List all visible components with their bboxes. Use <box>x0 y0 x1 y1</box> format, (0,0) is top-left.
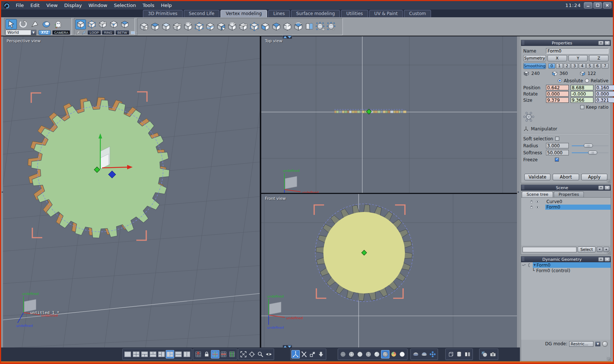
snap-grid-magnet-icon[interactable] <box>194 350 202 358</box>
select-face-icon[interactable] <box>119 19 130 29</box>
close-icon[interactable] <box>604 185 610 190</box>
lattice-tool-icon[interactable] <box>249 21 260 32</box>
shade-flat-wire-icon[interactable] <box>364 350 373 358</box>
perspective-canvas[interactable]: undefinedundefinedundefined <box>3 36 260 347</box>
tab-3d-primitives[interactable]: 3D Primitives <box>143 10 183 17</box>
smoothing-level-7[interactable]: 7 <box>602 63 608 69</box>
tab-vertex-modeling[interactable]: Vertex modeling <box>220 10 267 17</box>
menu-window[interactable]: Window <box>85 3 111 8</box>
select-point-icon[interactable] <box>108 19 119 29</box>
look-at-icon[interactable] <box>265 350 273 358</box>
lock-icon[interactable] <box>529 199 534 204</box>
shade-flat-icon[interactable] <box>356 350 364 358</box>
snapshot-camera-icon[interactable] <box>489 350 497 358</box>
light-sky-icon[interactable] <box>420 350 428 358</box>
scene-search-input[interactable] <box>523 247 577 252</box>
rotate-x-field[interactable] <box>546 91 569 97</box>
softness-slider-thumb[interactable] <box>588 151 597 155</box>
abort-button[interactable]: Abort <box>553 174 579 180</box>
dg-sphere-button[interactable] <box>602 341 608 347</box>
tab-scene-tree[interactable]: Scene tree <box>522 191 553 197</box>
s-hook-icon[interactable] <box>527 263 531 267</box>
camera-toggle[interactable]: CAMERA <box>52 30 70 35</box>
minimize-icon[interactable] <box>584 2 592 8</box>
symmetry-z-button[interactable]: Z <box>589 55 608 61</box>
shade-hidden-wire-icon[interactable] <box>347 350 356 358</box>
layout-quad-icon[interactable] <box>132 350 140 358</box>
select-edge-icon[interactable] <box>97 19 108 29</box>
grid-visible-icon[interactable] <box>211 350 219 358</box>
light-default-icon[interactable] <box>412 350 420 358</box>
manipulator-push-icon[interactable] <box>317 350 325 358</box>
relative-radio[interactable] <box>585 79 589 83</box>
grow-selection-icon[interactable] <box>75 30 81 35</box>
select-vertex-icon[interactable] <box>86 19 97 29</box>
shade-smooth-icon[interactable] <box>373 350 381 358</box>
tab-custom[interactable]: Custom <box>404 10 431 17</box>
sweep-tool-icon[interactable] <box>183 21 194 32</box>
sphere-select-icon[interactable] <box>41 19 52 29</box>
close-icon[interactable] <box>603 2 611 8</box>
menu-edit[interactable]: Edit <box>27 3 43 8</box>
symmetry-tool-icon[interactable] <box>304 21 315 32</box>
chevron-down-icon[interactable]: ▼ <box>595 342 600 346</box>
manipulator-scale-icon[interactable] <box>308 350 317 358</box>
shrink-selection-icon[interactable] <box>81 30 87 35</box>
top-viewport[interactable]: undefinedundefinedundefined Top view <box>261 36 517 193</box>
manipulator-rotate-icon[interactable] <box>300 350 308 358</box>
eye-icon[interactable] <box>535 205 540 209</box>
front-canvas[interactable]: undefinedundefinedundefined <box>261 194 517 347</box>
tab-surface-modeling[interactable]: Surface modeling <box>291 10 340 17</box>
collapse-icon[interactable] <box>598 185 604 190</box>
layout-two-columns-icon[interactable] <box>183 350 191 358</box>
layout-left-tall-icon[interactable] <box>166 350 174 358</box>
extrude-top-icon[interactable] <box>150 21 161 32</box>
eye-icon[interactable] <box>535 199 540 204</box>
collapse-icon[interactable] <box>598 257 604 262</box>
resize-grip[interactable] <box>607 251 610 254</box>
dg-root-row[interactable]: ▼Form0 <box>521 262 611 268</box>
size-y-field[interactable] <box>571 97 593 103</box>
smoothing-level-3[interactable]: 3 <box>571 63 578 69</box>
position-x-field[interactable] <box>546 85 569 90</box>
layout-right-tall-icon[interactable] <box>157 350 166 358</box>
smoothing-level-6[interactable]: 6 <box>594 63 601 69</box>
rotate-y-field[interactable] <box>571 91 593 97</box>
softness-field[interactable] <box>546 150 569 155</box>
fit-view-icon[interactable] <box>239 350 248 358</box>
zoom-region-icon[interactable] <box>256 350 265 358</box>
smoothing-minus-icon[interactable]: – <box>326 21 337 32</box>
layout-top-wide-icon[interactable] <box>140 350 149 358</box>
panel-grip-icon[interactable] <box>522 257 524 262</box>
shade-material-icon[interactable] <box>389 350 398 358</box>
extract-tool-icon[interactable] <box>172 21 183 32</box>
stretch-tool-icon[interactable] <box>139 21 150 32</box>
dg-panel-header[interactable]: Dynamic Geometry <box>521 256 611 262</box>
collapse-right-icon[interactable]: ▸ <box>518 190 519 194</box>
menu-display[interactable]: Display <box>61 3 85 8</box>
menu-help[interactable]: Help <box>158 3 175 8</box>
size-x-field[interactable] <box>546 97 569 103</box>
validate-button[interactable]: Validate <box>524 174 550 180</box>
smooth-tool-icon[interactable] <box>161 21 172 32</box>
shade-plain-icon[interactable] <box>398 350 406 358</box>
flip-tool-icon[interactable] <box>227 21 238 32</box>
shade-smooth-wire-icon[interactable] <box>381 350 389 358</box>
top-canvas[interactable]: undefinedundefinedundefined <box>261 36 517 193</box>
rotate-camera-icon[interactable] <box>17 19 29 29</box>
extrude-face-icon[interactable] <box>216 21 227 32</box>
collapse-left-icon[interactable]: ◂ <box>1 190 3 194</box>
select-arrow-icon[interactable] <box>6 19 17 29</box>
close-icon[interactable] <box>604 257 610 262</box>
loop-button[interactable]: LOOP <box>87 30 101 35</box>
maximize-icon[interactable] <box>593 2 602 8</box>
symmetry-button[interactable]: Symmetry <box>523 55 546 61</box>
scene-panel-header[interactable]: Scene <box>521 185 611 191</box>
tab-second-life[interactable]: Second Life <box>184 10 220 17</box>
chevron-down-icon[interactable]: ▼ <box>31 30 36 35</box>
smoothing-level-4[interactable]: 4 <box>579 63 586 69</box>
dg-child-row[interactable]: └ Form0 (control) <box>521 268 611 273</box>
freeze-checkbox[interactable] <box>555 158 559 162</box>
betw-button[interactable]: BETW <box>115 30 129 35</box>
smoothing-button[interactable]: Smoothing <box>523 63 546 69</box>
